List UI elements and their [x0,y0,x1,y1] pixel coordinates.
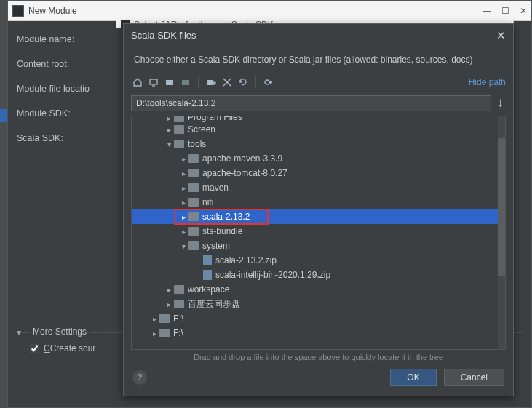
dialog-footer: ? OK Cancel [124,361,513,393]
module-icon[interactable] [179,76,192,89]
chevron-down-icon[interactable]: ▾ [178,242,188,250]
scala-sdk-files-dialog: Scala SDK files ✕ Choose either a Scala … [123,23,514,396]
tree-node[interactable]: ▸sts-bundle [132,224,505,239]
tree-node-label: E:\ [173,313,184,324]
tree-node[interactable]: ▸Screen [132,122,505,137]
tree-node-label: scala-2.13.2.zip [215,255,277,265]
intellij-icon [12,5,24,17]
tree-node[interactable]: ▾system [132,239,505,253]
minimize-icon[interactable]: — [483,6,491,16]
project-icon[interactable] [163,76,176,89]
tree-node-label: Screen [188,124,215,135]
tree-node[interactable]: scala-2.13.2.zip [132,253,505,268]
tree-node[interactable]: ▸百度云同步盘 [132,297,505,311]
sdk-description: Choose either a Scala SDK directory or S… [124,47,513,72]
archive-icon [203,270,212,280]
chevron-right-icon[interactable]: ▸ [164,116,174,122]
folder-icon [174,140,184,148]
folder-icon [174,125,184,134]
tree-node-label: F:\ [173,328,183,338]
tree-node[interactable]: scala-intellij-bin-2020.1.29.zip [132,268,505,282]
folder-icon [188,198,199,207]
tree-node[interactable]: ▸E:\ [132,311,505,326]
new-module-title: New Module [28,6,483,16]
tree-node-label: scala-intellij-bin-2020.1.29.zip [215,270,330,280]
chevron-right-icon[interactable]: ▸ [178,155,188,163]
tree-node-label: maven [202,183,229,193]
chevron-right-icon[interactable]: ▸ [178,169,188,177]
help-icon[interactable]: ? [132,370,147,385]
close-icon[interactable]: ✕ [496,29,506,42]
home-icon[interactable] [131,76,144,89]
chevron-right-icon[interactable]: ▸ [164,126,174,134]
folder-icon [188,183,199,192]
drive-icon [159,329,170,337]
refresh-icon[interactable] [237,76,250,89]
sdk-toolbar: Hide path [124,72,513,92]
chevron-right-icon[interactable]: ▸ [178,213,188,221]
svg-rect-0 [150,79,157,84]
chevron-right-icon[interactable]: ▸ [178,228,188,236]
tree-node-label: Program Files [188,116,242,122]
desktop-icon[interactable] [147,76,160,89]
file-tree[interactable]: ▸Program Files▸Screen▾tools▸apache-maven… [131,116,506,350]
chevron-down-icon[interactable]: ▾ [164,140,174,148]
chevron-right-icon[interactable]: ▸ [149,329,159,337]
create-source-label: CCreate sour [44,343,95,353]
chevron-right-icon[interactable]: ▸ [164,286,174,294]
path-row: ⭳ [124,92,513,116]
svg-rect-3 [182,80,189,85]
new-folder-icon[interactable] [205,76,218,89]
toolbar-separator [198,76,199,88]
scrollbar-thumb[interactable] [498,138,505,276]
svg-point-9 [265,80,269,84]
tree-node[interactable]: ▸scala-2.13.2 [132,209,505,224]
tree-node[interactable]: ▸workspace [132,282,505,297]
archive-icon [203,255,212,265]
tree-scrollbar[interactable] [498,116,505,349]
tree-node[interactable]: ▸apache-maven-3.3.9 [132,151,505,166]
tree-node-label: sts-bundle [202,226,242,236]
tree-node[interactable]: ▸maven [132,180,505,195]
chevron-right-icon[interactable]: ▸ [178,184,188,192]
ok-button[interactable]: OK [390,369,436,386]
folder-icon [174,116,184,122]
hide-path-link[interactable]: Hide path [469,77,506,87]
folder-icon [188,212,199,221]
new-module-titlebar: New Module — ☐ ✕ [8,1,531,21]
chevron-right-icon[interactable]: ▸ [164,300,174,308]
close-icon[interactable]: ✕ [520,6,527,16]
create-source-text: Create sour [50,343,96,353]
tree-node-label: system [202,241,230,251]
chevron-down-icon: ▾ [17,327,21,337]
tree-node-label: scala-2.13.2 [202,212,250,222]
tree-node-label: nifi [202,197,213,207]
tree-node[interactable]: ▸Program Files [132,116,505,122]
more-settings-label: More Settings [30,327,90,337]
sdk-dialog-header: Scala SDK files ✕ [124,24,513,47]
tree-node-label: 百度云同步盘 [188,298,240,311]
drive-icon [159,314,170,323]
delete-icon[interactable] [221,76,234,89]
sdk-dialog-title: Scala SDK files [131,30,496,41]
tree-node-label: tools [188,139,206,149]
tree-node[interactable]: ▸F:\ [132,326,505,340]
folder-icon [174,300,184,308]
chevron-right-icon[interactable]: ▸ [149,315,159,323]
tree-node[interactable]: ▾tools [132,137,505,151]
maximize-icon[interactable]: ☐ [501,6,509,16]
path-input[interactable] [131,95,491,111]
folder-icon [188,154,199,163]
folder-icon [188,227,199,236]
cancel-button[interactable]: Cancel [444,369,504,386]
svg-point-10 [269,81,272,84]
window-buttons: — ☐ ✕ [483,6,527,16]
chevron-right-icon[interactable]: ▸ [178,199,188,207]
tree-node[interactable]: ▸nifi [132,195,505,209]
folder-icon [188,241,199,250]
toolbar-separator [255,76,256,88]
tree-node[interactable]: ▸apache-tomcat-8.0.27 [132,166,505,180]
history-dropdown-icon[interactable]: ⭳ [496,97,506,109]
create-source-checkbox[interactable] [30,344,39,353]
show-hidden-icon[interactable] [262,76,275,89]
